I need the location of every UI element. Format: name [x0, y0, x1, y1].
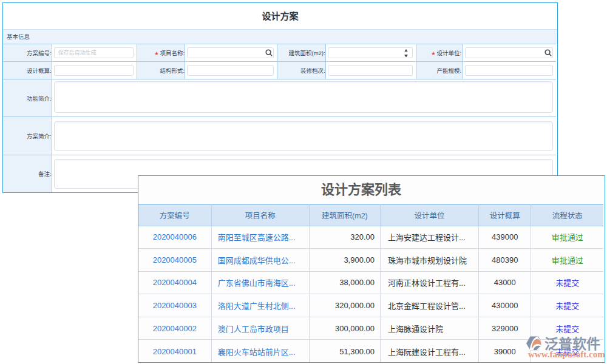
svg-text:www.fanpusoft.com: www.fanpusoft.com — [528, 349, 605, 359]
